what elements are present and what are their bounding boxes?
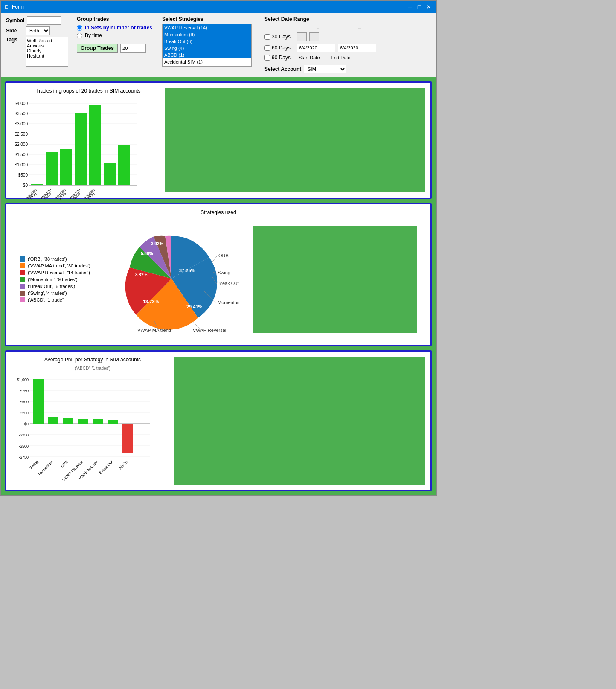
end-date-col-label: End Date — [331, 55, 351, 60]
bar3-momentum — [48, 417, 58, 424]
strategies-list[interactable]: VWAP Reversal (14) Momentum (9) Break Ou… — [162, 24, 252, 67]
tag-well-rested: Well Rested — [27, 38, 67, 43]
y-label-3500: $3,500 — [15, 111, 28, 116]
bar3-vwap-ma — [93, 419, 103, 424]
legend-orb-label: ('ORB', '38 trades') — [28, 256, 67, 262]
chart3-panel: Average PnL per Strategy in SIM accounts… — [5, 350, 432, 491]
chart1-right-green — [165, 88, 425, 192]
y3-1000: $1,000 — [17, 378, 29, 382]
chart1-row: Trades in groups of 20 trades in SIM acc… — [12, 88, 425, 192]
minimize-button[interactable]: ─ — [406, 3, 414, 11]
chart2-title: Strategies used — [12, 209, 425, 215]
y3-750: $750 — [20, 389, 29, 393]
days-90-row: 90 Days Start Date End Date — [264, 55, 384, 61]
legend-vwap-ma-dot — [20, 263, 25, 268]
symbol-side-tags-group: Symbol Side Both Long Short Tags Well Re… — [6, 16, 68, 67]
pct-vwap-ma: 29.41% — [186, 304, 203, 309]
select-account-row: Select Account SIM LIVE — [264, 65, 384, 73]
group-trades-spinner[interactable] — [120, 44, 146, 53]
ext-label-breakout: Break Out — [218, 281, 239, 286]
pct-orb: 37.25% — [179, 268, 195, 273]
strategy-break-out[interactable]: Break Out (6) — [163, 38, 251, 45]
bar-5 — [89, 105, 101, 185]
window-title: Form — [12, 4, 24, 10]
days-60-check: 60 Days — [264, 45, 294, 51]
legend-vwap-ma-label: ('VWAP MA trend', '30 trades') — [28, 263, 90, 268]
radio-by-time[interactable] — [77, 33, 82, 38]
chart3-subtitle: ('ABCD', '1 trades') — [12, 366, 174, 371]
col-header-dots1: ... — [299, 25, 338, 30]
radio-by-time-row[interactable]: By time — [77, 32, 154, 38]
pie-svg: 37.25% 29.41% 13.73% 8.82% 5.88% 3.92% O… — [103, 223, 240, 334]
chart3-row: Average PnL per Strategy in SIM accounts… — [12, 357, 425, 485]
in-sets-label: In Sets by number of trades — [85, 25, 152, 31]
pie-chart-container: 37.25% 29.41% 13.73% 8.82% 5.88% 3.92% O… — [103, 223, 240, 335]
line-orb — [212, 256, 217, 263]
strategy-momentum[interactable]: Momentum (9) — [163, 31, 251, 38]
days-90-checkbox[interactable] — [264, 55, 270, 61]
days-90-check: 90 Days — [264, 55, 294, 61]
days-30-checkbox[interactable] — [264, 34, 270, 40]
y-label-1500: $1,500 — [15, 152, 28, 157]
titlebar-title: 🗒 Form — [4, 4, 24, 10]
y3-n500: -$500 — [19, 444, 29, 448]
date-col-headers: ... ... — [264, 25, 384, 30]
col-header-dots2: ... — [340, 25, 379, 30]
y3-n750: -$750 — [19, 455, 29, 459]
bar-4 — [75, 113, 87, 185]
legend-orb-dot — [20, 256, 25, 262]
strategy-swing[interactable]: Swing (4) — [163, 45, 251, 52]
days-60-end-input[interactable] — [338, 44, 376, 52]
legend-vwap-rev: ('VWAP Reversal', '14 trades') — [20, 270, 90, 275]
close-button[interactable]: ✕ — [425, 3, 433, 11]
toolbar: Symbol Side Both Long Short Tags Well Re… — [1, 13, 436, 77]
radio-in-sets[interactable] — [77, 25, 82, 31]
bar-7 — [118, 145, 130, 185]
bar3-abcd — [122, 424, 133, 453]
legend-breakout: ('Break Out', '6 trades') — [20, 284, 90, 289]
days-30-row: 30 Days ... ... — [264, 32, 384, 41]
x3-orb: ORB — [60, 459, 69, 468]
tag-hesitant: Hesitant — [27, 53, 67, 58]
days-90-label: 90 Days — [272, 55, 291, 61]
y-label-2500: $2,500 — [15, 132, 28, 137]
maximize-button[interactable]: □ — [416, 3, 423, 11]
tags-row: Tags Well Rested Anxious Cloudy Hesitant — [6, 37, 68, 67]
pct-momentum: 8.82% — [135, 273, 147, 277]
days-60-checkbox[interactable] — [264, 45, 270, 51]
legend-abcd: ('ABCD', '1 trade') — [20, 297, 90, 302]
account-dropdown[interactable]: SIM LIVE — [304, 65, 346, 73]
select-account-label: Select Account — [264, 66, 301, 72]
strategy-vwap-reversal[interactable]: VWAP Reversal (14) — [163, 24, 251, 31]
x3-swing: Swing — [29, 459, 39, 470]
strategy-accidental-sim[interactable]: Accidental SIM (1) — [163, 58, 251, 65]
symbol-row: Symbol — [6, 16, 68, 25]
bar3-breakout — [108, 420, 118, 424]
days-60-start-input[interactable] — [297, 44, 335, 52]
strategy-abcd[interactable]: ABCD (1) — [163, 52, 251, 58]
x3-breakout: Break Out — [99, 459, 114, 475]
symbol-input[interactable] — [27, 16, 61, 25]
bar3-orb — [63, 418, 73, 424]
legend-orb: ('ORB', '38 trades') — [20, 256, 90, 262]
strategy-fallen-angel[interactable]: Fallen Angel (4) — [163, 65, 251, 67]
chart2-content: ('ORB', '38 trades') ('VWAP MA trend', '… — [12, 219, 425, 340]
tags-label: Tags — [6, 37, 23, 43]
date-range-section: Select Date Range ... ... 30 Days ... ..… — [264, 16, 384, 73]
group-trades-input-row: Group Trades — [77, 44, 154, 53]
group-trades-title: Group trades — [77, 16, 154, 22]
radio-group: In Sets by number of trades By time — [77, 25, 154, 38]
radio-in-sets-row[interactable]: In Sets by number of trades — [77, 25, 154, 31]
legend-momentum-label: ('Momentum', '9 trades') — [28, 277, 78, 282]
bar3-swing — [33, 379, 44, 424]
days-30-start-btn[interactable]: ... — [297, 32, 307, 41]
tags-list[interactable]: Well Rested Anxious Cloudy Hesitant — [26, 37, 68, 67]
days-30-label: 30 Days — [272, 34, 291, 40]
x3-abcd: ABCD — [118, 459, 129, 470]
days-60-row: 60 Days — [264, 44, 384, 52]
side-dropdown[interactable]: Both Long Short — [26, 26, 50, 35]
bar-3 — [60, 149, 72, 185]
chart3-left: Average PnL per Strategy in SIM accounts… — [12, 357, 174, 485]
legend-momentum-dot — [20, 277, 25, 282]
days-30-end-btn[interactable]: ... — [309, 32, 319, 41]
